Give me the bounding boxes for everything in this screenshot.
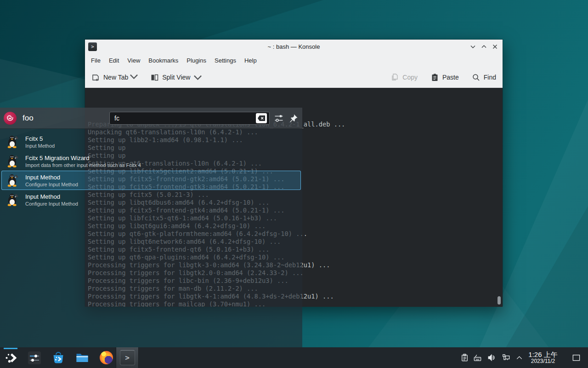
discover-button[interactable] xyxy=(48,347,69,368)
volume-icon xyxy=(487,353,496,362)
toolbar: New Tab Split View Copy Paste Find xyxy=(85,67,503,88)
result-title: Input Method xyxy=(25,174,78,181)
chevron-down-icon xyxy=(193,73,202,82)
clear-search-button[interactable] xyxy=(256,113,267,123)
menu-item[interactable]: Plugins xyxy=(182,57,210,64)
result-subtitle: Import data from other input method such… xyxy=(25,162,141,168)
result-subtitle: Configure Input Method xyxy=(25,201,78,207)
debian-logo-icon xyxy=(4,112,17,125)
system-settings-icon xyxy=(28,351,41,365)
krunner-result-row[interactable]: Fcitx 5 Migration Wizard Import data fro… xyxy=(1,151,301,171)
krunner-header: foo xyxy=(0,108,302,129)
new-tab-button[interactable]: New Tab xyxy=(91,72,138,82)
split-view-icon xyxy=(150,73,159,82)
menu-item[interactable]: View xyxy=(123,57,144,64)
close-button[interactable] xyxy=(492,44,498,50)
titlebar[interactable]: > ~ : bash — Konsole xyxy=(85,40,503,53)
new-tab-label: New Tab xyxy=(103,74,128,81)
discover-icon xyxy=(51,351,65,365)
chevron-down-icon xyxy=(130,72,138,81)
fcitx-penguin-icon xyxy=(6,173,19,187)
copy-label: Copy xyxy=(402,74,418,81)
clipboard-tray-button[interactable] xyxy=(458,347,470,368)
firefox-button[interactable] xyxy=(96,347,117,368)
clipboard-icon xyxy=(460,353,469,362)
kde-launcher-icon xyxy=(4,351,17,365)
krunner-result-row[interactable]: Fcitx 5 Input Method xyxy=(1,132,301,151)
krunner-result-row[interactable]: Input Method Configure Input Method xyxy=(1,171,301,190)
menu-item[interactable]: Settings xyxy=(210,57,240,64)
konsole-task-button[interactable]: > xyxy=(116,347,139,368)
paste-icon xyxy=(430,73,439,82)
result-subtitle: Configure Input Method xyxy=(25,182,78,187)
result-title: Fcitx 5 Migration Wizard xyxy=(25,155,141,161)
clock-time: 1:26 上午 xyxy=(528,351,557,359)
konsole-task-icon: > xyxy=(120,350,135,365)
new-tab-icon xyxy=(91,73,100,82)
keyboard-icon xyxy=(473,353,482,362)
search-input[interactable] xyxy=(109,112,270,125)
digital-clock[interactable]: 1:26 上午 2023/11/2 xyxy=(524,347,562,368)
chevron-up-icon xyxy=(515,353,524,362)
keyboard-tray-button[interactable] xyxy=(471,347,483,368)
paste-label: Paste xyxy=(442,74,459,81)
krunner-overlay: foo xyxy=(0,108,302,347)
result-subtitle: Input Method xyxy=(25,143,55,149)
folder-icon xyxy=(75,351,89,365)
firefox-icon xyxy=(100,351,113,364)
minimize-button[interactable] xyxy=(470,44,476,50)
network-tray-button[interactable] xyxy=(500,347,512,368)
result-title: Input Method xyxy=(25,193,78,200)
application-launcher-button[interactable] xyxy=(0,347,21,368)
menu-item[interactable]: Edit xyxy=(105,57,123,64)
menu-item[interactable]: Help xyxy=(240,57,261,64)
split-view-label: Split View xyxy=(162,74,190,81)
find-label: Find xyxy=(484,74,496,81)
krunner-results: Fcitx 5 Input Method xyxy=(0,129,302,347)
krunner-result-row[interactable]: Input Method Configure Input Method xyxy=(1,190,301,209)
fcitx-penguin-icon xyxy=(6,135,19,149)
window-title: ~ : bash — Konsole xyxy=(85,43,503,50)
network-icon xyxy=(502,353,510,362)
file-manager-button[interactable] xyxy=(72,347,93,368)
show-desktop-button[interactable] xyxy=(571,347,582,368)
show-desktop-icon xyxy=(572,353,581,362)
menu-item[interactable]: Bookmarks xyxy=(144,57,182,64)
configure-krunner-button[interactable] xyxy=(274,114,283,123)
menu-item[interactable]: File xyxy=(87,57,105,64)
maximize-button[interactable] xyxy=(481,44,487,50)
find-button[interactable]: Find xyxy=(472,73,496,82)
paste-button[interactable]: Paste xyxy=(430,73,459,82)
copy-icon xyxy=(390,73,399,82)
find-icon xyxy=(472,73,481,82)
pin-icon[interactable] xyxy=(289,114,298,123)
taskbar: > 1:26 上午 2023/11/2 xyxy=(0,347,588,368)
fcitx-penguin-icon xyxy=(6,193,19,207)
fcitx-penguin-icon xyxy=(6,154,19,168)
volume-tray-button[interactable] xyxy=(485,347,497,368)
clock-date: 2023/11/2 xyxy=(531,358,555,364)
split-view-button[interactable]: Split View xyxy=(150,73,202,82)
system-settings-button[interactable] xyxy=(24,347,45,368)
terminal-scrollbar[interactable] xyxy=(498,296,501,305)
krunner-user-label: foo xyxy=(23,114,34,123)
result-title: Fcitx 5 xyxy=(25,135,55,142)
menu-bar: FileEditViewBookmarksPluginsSettingsHelp xyxy=(85,53,503,67)
copy-button[interactable]: Copy xyxy=(390,73,418,82)
backspace-icon xyxy=(257,115,266,121)
launcher-active-indicator xyxy=(4,348,17,349)
